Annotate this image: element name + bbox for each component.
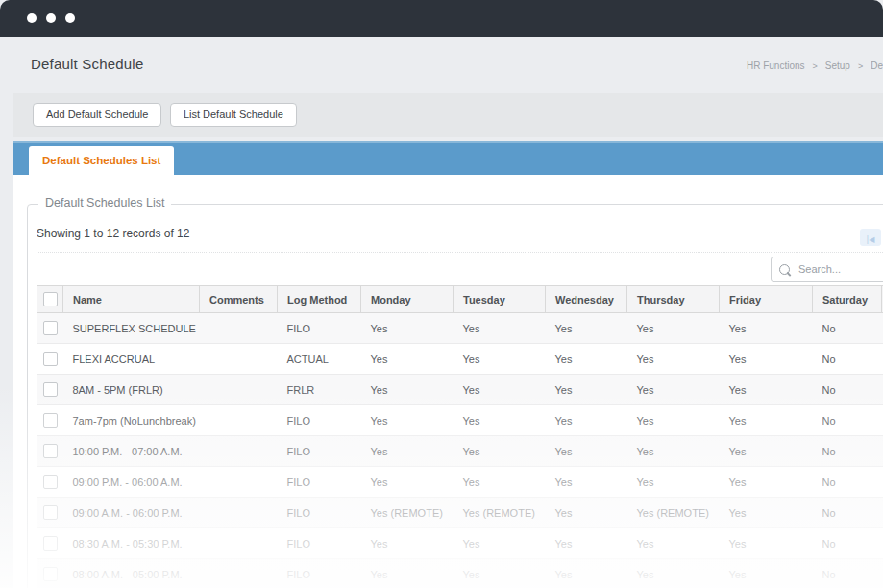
column-header-comments[interactable]: Comments — [200, 286, 278, 313]
cell-friday: Yes — [720, 436, 813, 467]
table-row: 10:00 P.M. - 07:00 A.M.FILOYesYesYesYesY… — [37, 436, 883, 467]
app-window: Default Schedule HR Functions > Setup > … — [0, 0, 883, 588]
cell-wednesday: Yes — [546, 313, 627, 344]
column-header-tuesday[interactable]: Tuesday — [454, 286, 546, 313]
table-row: FLEXI ACCRUALACTUALYesYesYesYesYesNo — [37, 344, 883, 375]
cell-comments — [200, 313, 278, 344]
cell-log_method: FILO — [278, 436, 361, 467]
cell-saturday: No — [813, 313, 882, 344]
column-header-wednesday[interactable]: Wednesday — [546, 286, 627, 313]
first-page-button[interactable]: |◀ — [860, 229, 881, 246]
column-header-friday[interactable]: Friday — [720, 286, 813, 313]
cell-tuesday: Yes — [454, 344, 546, 375]
cell-friday: Yes — [720, 405, 813, 436]
cell-tuesday: Yes — [454, 405, 546, 436]
cell-saturday: No — [813, 405, 882, 436]
cell-comments — [200, 498, 278, 528]
column-header-saturday[interactable]: Saturday — [813, 286, 882, 313]
content-panel: Default Schedules List Showing 1 to 12 r… — [13, 175, 883, 588]
cell-name: 09:00 P.M. - 06:00 A.M. — [63, 467, 200, 498]
cell-comments — [200, 528, 278, 559]
select-all-checkbox[interactable] — [43, 292, 58, 306]
action-toolbar: Add Default Schedule List Default Schedu… — [13, 93, 883, 137]
cell-thursday: Yes — [627, 344, 720, 375]
cell-comments — [200, 467, 278, 498]
cell-log_method: FILO — [278, 528, 361, 559]
row-checkbox[interactable] — [43, 567, 58, 581]
cell-name: 7am-7pm (NoLunchbreak) — [63, 405, 200, 436]
cell-monday: Yes — [361, 559, 454, 588]
breadcrumb-item-current: De — [871, 61, 883, 71]
schedules-table-wrap: NameCommentsLog MethodMondayTuesdayWedne… — [37, 285, 883, 588]
breadcrumb: HR Functions > Setup > De — [747, 61, 883, 71]
row-checkbox-cell — [37, 344, 63, 375]
cell-thursday: Yes — [627, 313, 720, 344]
window-control-dot-icon[interactable] — [65, 13, 75, 23]
cell-name: 8AM - 5PM (FRLR) — [63, 375, 200, 405]
row-checkbox[interactable] — [43, 382, 58, 397]
column-header-name[interactable]: Name — [63, 286, 200, 313]
row-checkbox-cell — [37, 436, 63, 467]
cell-name: 09:00 A.M. - 06:00 P.M. — [63, 498, 200, 528]
row-checkbox-cell — [37, 313, 63, 344]
cell-log_method: FILO — [278, 559, 361, 588]
row-checkbox-cell — [37, 467, 63, 498]
window-control-dot-icon[interactable] — [27, 13, 37, 23]
cell-monday: Yes — [361, 405, 454, 436]
cell-comments — [200, 405, 278, 436]
row-checkbox[interactable] — [43, 413, 58, 428]
add-default-schedule-button[interactable]: Add Default Schedule — [33, 103, 161, 127]
select-all-header-cell — [37, 286, 63, 313]
chevron-right-icon: > — [813, 61, 818, 71]
cell-wednesday: Yes — [546, 436, 627, 467]
window-control-dot-icon[interactable] — [46, 13, 56, 23]
cell-friday: Yes — [720, 375, 813, 405]
row-checkbox[interactable] — [43, 475, 58, 489]
cell-tuesday: Yes (REMOTE) — [454, 498, 546, 528]
cell-saturday: No — [813, 528, 882, 559]
cell-wednesday: Yes — [546, 467, 627, 498]
cell-friday: Yes — [720, 344, 813, 375]
tab-default-schedules-list[interactable]: Default Schedules List — [29, 146, 174, 175]
cell-tuesday: Yes — [454, 436, 546, 467]
breadcrumb-item[interactable]: HR Functions — [747, 61, 805, 71]
cell-thursday: Yes — [627, 436, 720, 467]
cell-comments — [200, 559, 278, 588]
cell-friday: Yes — [720, 313, 813, 344]
cell-comments — [200, 436, 278, 467]
cell-monday: Yes — [361, 344, 454, 375]
cell-friday: Yes — [720, 498, 813, 528]
cell-thursday: Yes — [627, 405, 720, 436]
fieldset-legend: Default Schedules List — [38, 196, 171, 209]
breadcrumb-item[interactable]: Setup — [825, 61, 850, 71]
search-input[interactable] — [797, 262, 883, 276]
cell-tuesday: Yes — [454, 467, 546, 498]
column-header-log-method[interactable]: Log Method — [278, 286, 361, 313]
cell-monday: Yes — [361, 313, 454, 344]
column-header-thursday[interactable]: Thursday — [627, 286, 720, 313]
cell-monday: Yes — [361, 467, 454, 498]
cell-thursday: Yes — [627, 467, 720, 498]
table-row: 09:00 P.M. - 06:00 A.M.FILOYesYesYesYesY… — [37, 467, 883, 498]
cell-thursday: Yes (REMOTE) — [627, 498, 720, 528]
cell-tuesday: Yes — [454, 313, 546, 344]
cell-tuesday: Yes — [454, 528, 546, 559]
row-checkbox-cell — [37, 405, 63, 436]
list-default-schedule-button[interactable]: List Default Schedule — [170, 103, 297, 127]
cell-saturday: No — [813, 467, 882, 498]
row-checkbox[interactable] — [43, 321, 58, 335]
chevron-right-icon: > — [858, 61, 863, 71]
cell-saturday: No — [813, 436, 882, 467]
records-summary: Showing 1 to 12 records of 12 — [37, 227, 189, 240]
cell-wednesday: Yes — [546, 344, 627, 375]
cell-monday: Yes — [361, 436, 454, 467]
search-box — [771, 257, 883, 282]
row-checkbox[interactable] — [43, 536, 58, 551]
cell-thursday: Yes — [627, 559, 720, 588]
row-checkbox[interactable] — [43, 352, 58, 366]
column-header-monday[interactable]: Monday — [361, 286, 454, 313]
search-icon — [779, 264, 790, 275]
cell-saturday: No — [813, 498, 882, 528]
row-checkbox[interactable] — [43, 444, 58, 458]
row-checkbox[interactable] — [43, 505, 58, 520]
